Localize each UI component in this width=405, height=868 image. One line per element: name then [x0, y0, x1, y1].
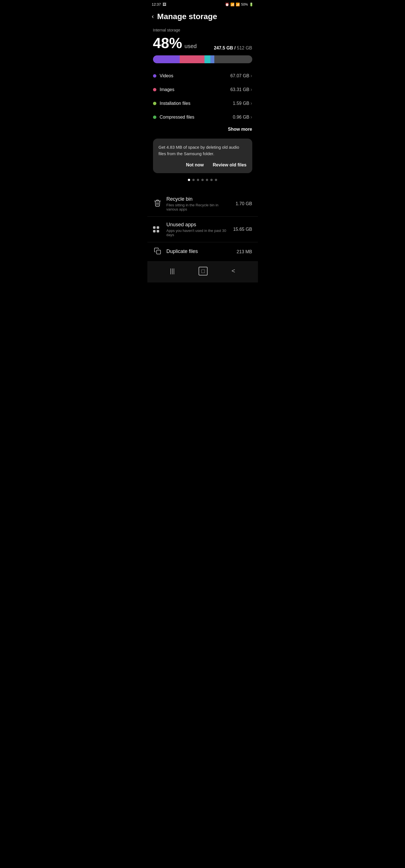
- category-installation[interactable]: Installation files 1.59 GB ›: [153, 96, 252, 110]
- unused-apps-subtitle: Apps you haven't used in the past 30 day…: [167, 228, 229, 237]
- unused-apps-size: 15.65 GB: [233, 227, 252, 232]
- home-button[interactable]: □: [199, 267, 208, 276]
- suggestion-actions: Not now Review old files: [158, 162, 247, 167]
- category-videos[interactable]: Videos 67.07 GB ›: [153, 69, 252, 83]
- dot-videos: [153, 74, 156, 78]
- recycle-info: Recycle bin Files sitting in the Recycle…: [167, 196, 231, 211]
- gallery-icon: 🖼: [163, 2, 166, 6]
- suggestion-text: Get 4.83 MB of space by deleting old aud…: [158, 144, 247, 157]
- battery-percent: 50%: [241, 3, 248, 6]
- total-gb: 512 GB: [237, 45, 252, 50]
- list-item-duplicate[interactable]: Duplicate files 213 MB: [147, 242, 258, 261]
- status-left: 12:37 🖼: [152, 2, 167, 6]
- duplicate-info: Duplicate files: [167, 248, 232, 255]
- bottom-nav: ||| □ <: [147, 261, 258, 282]
- suggestion-card: Get 4.83 MB of space by deleting old aud…: [153, 138, 252, 173]
- dot-compressed: [153, 116, 156, 119]
- list-item-recycle[interactable]: Recycle bin Files sitting in the Recycle…: [147, 191, 258, 217]
- chevron-icon: ›: [251, 73, 252, 79]
- carousel-dots: [153, 179, 252, 181]
- usage-label: used: [184, 43, 197, 49]
- not-now-button[interactable]: Not now: [186, 162, 204, 167]
- wifi-icon: 📶: [230, 3, 235, 6]
- category-videos-size: 67.07 GB: [230, 73, 250, 79]
- dot-3: [201, 179, 204, 181]
- svg-rect-0: [156, 250, 160, 254]
- dot-2: [197, 179, 199, 181]
- duplicate-icon: [153, 247, 162, 256]
- bar-compressed: [210, 55, 214, 63]
- recycle-size: 1.70 GB: [236, 201, 252, 206]
- usage-left: 48% used: [153, 35, 197, 52]
- duplicate-title: Duplicate files: [167, 248, 232, 254]
- category-installation-size: 1.59 GB: [233, 101, 250, 106]
- recycle-subtitle: Files sitting in the Recycle bin in vari…: [167, 203, 231, 211]
- category-installation-label: Installation files: [160, 101, 191, 106]
- category-images-label: Images: [160, 87, 174, 92]
- category-images-size: 63.31 GB: [230, 87, 250, 92]
- page-header: ‹ Manage storage: [147, 8, 258, 23]
- dot-images: [153, 88, 156, 91]
- dot-5: [210, 179, 213, 181]
- category-images[interactable]: Images 63.31 GB ›: [153, 83, 252, 96]
- signal-icon: 📶: [236, 3, 240, 6]
- back-nav-button[interactable]: <: [228, 266, 238, 276]
- bar-videos: [153, 55, 180, 63]
- used-gb: 247.5 GB: [214, 45, 233, 50]
- separator: /: [234, 45, 237, 50]
- category-compressed[interactable]: Compressed files 0.96 GB ›: [153, 110, 252, 124]
- alarm-icon: ⏰: [225, 3, 229, 6]
- bar-images: [180, 55, 204, 63]
- main-content: Internal storage 48% used 247.5 GB / 512…: [147, 23, 258, 191]
- recycle-title: Recycle bin: [167, 196, 231, 202]
- bar-installation: [204, 55, 210, 63]
- category-compressed-size: 0.96 GB: [233, 115, 250, 120]
- battery-icon: 🔋: [249, 3, 253, 6]
- menu-button[interactable]: |||: [167, 266, 178, 276]
- storage-bar: [153, 55, 252, 63]
- dot-installation: [153, 102, 156, 105]
- unused-apps-icon: [153, 226, 162, 232]
- status-bar: 12:37 🖼 ⏰ 📶 📶 50% 🔋: [147, 0, 258, 8]
- usage-percent: 48%: [153, 35, 182, 51]
- status-time: 12:37: [152, 2, 161, 6]
- duplicate-size: 213 MB: [236, 249, 252, 254]
- storage-section-label: Internal storage: [153, 28, 252, 32]
- show-more-button[interactable]: Show more: [153, 124, 252, 136]
- back-button[interactable]: ‹: [152, 13, 154, 20]
- category-compressed-label: Compressed files: [160, 115, 195, 120]
- usage-row: 48% used 247.5 GB / 512 GB: [153, 35, 252, 52]
- dot-0: [188, 179, 190, 181]
- unused-apps-title: Unused apps: [167, 222, 229, 228]
- dot-4: [206, 179, 208, 181]
- page-title: Manage storage: [157, 12, 217, 21]
- unused-apps-info: Unused apps Apps you haven't used in the…: [167, 222, 229, 237]
- chevron-icon: ›: [251, 100, 252, 106]
- chevron-icon: ›: [251, 114, 252, 120]
- chevron-icon: ›: [251, 87, 252, 92]
- status-right: ⏰ 📶 📶 50% 🔋: [225, 3, 253, 6]
- list-item-unused-apps[interactable]: Unused apps Apps you haven't used in the…: [147, 217, 258, 242]
- recycle-icon: [153, 199, 162, 209]
- category-videos-label: Videos: [160, 73, 174, 79]
- usage-total: 247.5 GB / 512 GB: [214, 35, 252, 51]
- dot-1: [192, 179, 195, 181]
- review-old-files-button[interactable]: Review old files: [213, 162, 247, 167]
- dot-6: [215, 179, 217, 181]
